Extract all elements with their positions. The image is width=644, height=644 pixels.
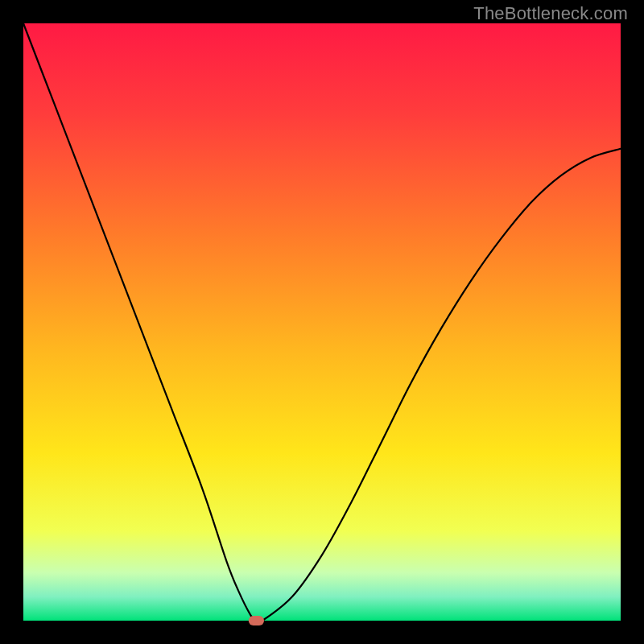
chart-svg xyxy=(0,0,644,644)
minimum-marker xyxy=(249,616,264,625)
plot-background xyxy=(23,23,621,621)
watermark-text: TheBottleneck.com xyxy=(473,3,628,24)
chart-frame: TheBottleneck.com xyxy=(0,0,644,644)
